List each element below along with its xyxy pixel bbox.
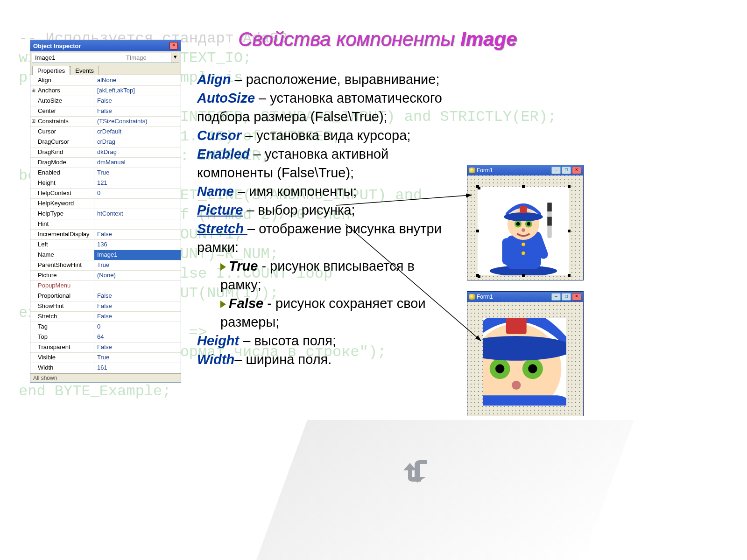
property-value[interactable]: True: [94, 353, 181, 363]
close-icon[interactable]: ×: [169, 42, 178, 49]
property-value[interactable]: [akLeft,akTop]: [94, 86, 181, 96]
property-value[interactable]: [94, 199, 181, 209]
property-value[interactable]: [94, 219, 181, 229]
svg-point-12: [521, 228, 525, 232]
property-row[interactable]: Width161: [30, 363, 181, 373]
property-value[interactable]: 0: [94, 189, 181, 198]
property-row[interactable]: ProportionalFalse: [30, 291, 181, 301]
property-row[interactable]: DragCursorcrDrag: [30, 137, 181, 147]
cartoon-policeman-image: [478, 187, 569, 275]
property-value[interactable]: 64: [94, 332, 181, 342]
property-row[interactable]: Picture(None): [30, 271, 181, 281]
property-row[interactable]: Left136: [30, 240, 181, 250]
property-name: ParentShowHint: [30, 260, 94, 270]
property-row[interactable]: CenterFalse: [30, 106, 181, 117]
property-name: Transparent: [30, 343, 94, 352]
property-value[interactable]: 161: [94, 363, 181, 373]
property-row[interactable]: TransparentFalse: [30, 343, 181, 353]
image-component[interactable]: [483, 318, 566, 406]
property-value[interactable]: alNone: [94, 76, 181, 85]
property-value[interactable]: False: [94, 96, 181, 106]
property-value[interactable]: False: [94, 343, 181, 352]
inspector-titlebar[interactable]: Object Inspector ×: [30, 40, 181, 51]
property-value[interactable]: crDefault: [94, 127, 181, 137]
chevron-down-icon[interactable]: ▾: [171, 53, 179, 63]
property-row[interactable]: HelpTypehtContext: [30, 209, 181, 219]
property-row[interactable]: Hint: [30, 219, 181, 230]
property-row[interactable]: HelpContext0: [30, 189, 181, 199]
property-row[interactable]: Height121: [30, 178, 181, 189]
chevron-icon: [220, 263, 226, 271]
minimize-icon[interactable]: –: [551, 167, 561, 174]
form-preview-nostretch: Form1 – □ ×: [467, 291, 584, 416]
property-row[interactable]: NameImage1: [30, 250, 181, 260]
property-value[interactable]: [94, 281, 181, 291]
maximize-icon[interactable]: □: [562, 293, 571, 301]
property-value[interactable]: dmManual: [94, 158, 181, 168]
tab-events[interactable]: Events: [70, 66, 99, 75]
form-client[interactable]: [467, 175, 583, 280]
property-row[interactable]: DragModedmManual: [30, 158, 181, 168]
svg-point-9: [516, 222, 520, 226]
property-value[interactable]: htContext: [94, 209, 181, 219]
property-name: Cursor: [30, 127, 94, 137]
property-name: AutoSize: [30, 96, 94, 106]
property-value[interactable]: True: [94, 260, 181, 270]
property-name: Visible: [30, 353, 94, 363]
close-icon[interactable]: ×: [572, 167, 581, 174]
property-row[interactable]: Tag0: [30, 322, 181, 332]
property-value[interactable]: False: [94, 106, 181, 116]
property-value[interactable]: crDrag: [94, 137, 181, 147]
object-inspector: Object Inspector × Image1 TImage ▾ Prope…: [30, 40, 181, 383]
property-row[interactable]: AlignalNone: [30, 76, 181, 86]
property-name: Name: [30, 250, 94, 260]
inspector-status: All shown: [30, 373, 181, 382]
property-row[interactable]: Constraints(TSizeConstraints): [30, 117, 181, 127]
property-row[interactable]: IncrementalDisplayFalse: [30, 230, 181, 240]
form-titlebar[interactable]: Form1 – □ ×: [467, 292, 583, 302]
property-row[interactable]: CursorcrDefault: [30, 127, 181, 137]
property-row[interactable]: Anchors[akLeft,akTop]: [30, 86, 181, 96]
property-row[interactable]: ParentShowHintTrue: [30, 260, 181, 271]
property-value[interactable]: (None): [94, 271, 181, 280]
property-row[interactable]: DragKinddkDrag: [30, 147, 181, 158]
property-value[interactable]: 0: [94, 322, 181, 332]
form-titlebar[interactable]: Form1 – □ ×: [467, 165, 583, 175]
property-name: Left: [30, 240, 94, 250]
back-button[interactable]: [402, 456, 430, 483]
property-row[interactable]: HelpKeyword: [30, 199, 181, 209]
property-row[interactable]: StretchFalse: [30, 312, 181, 322]
svg-point-23: [483, 336, 566, 361]
form-client[interactable]: [467, 302, 583, 416]
property-grid[interactable]: AlignalNoneAnchors[akLeft,akTop]AutoSize…: [30, 75, 181, 373]
tab-properties[interactable]: Properties: [32, 66, 70, 75]
property-row[interactable]: ShowHintFalse: [30, 301, 181, 312]
property-value[interactable]: (TSizeConstraints): [94, 117, 181, 126]
property-row[interactable]: Top64: [30, 332, 181, 343]
property-row[interactable]: PopupMenu: [30, 281, 181, 291]
property-row[interactable]: AutoSizeFalse: [30, 96, 181, 106]
property-value[interactable]: True: [94, 168, 181, 178]
property-value[interactable]: False: [94, 291, 181, 301]
property-name: Height: [30, 178, 94, 188]
minimize-icon[interactable]: –: [551, 293, 561, 301]
inspector-tabs: Properties Events: [30, 64, 181, 75]
property-name: Tag: [30, 322, 94, 332]
property-value[interactable]: False: [94, 312, 181, 322]
object-combo[interactable]: Image1 TImage ▾: [32, 53, 179, 63]
image-component[interactable]: [478, 187, 569, 275]
property-value[interactable]: False: [94, 301, 181, 311]
property-name: ShowHint: [30, 301, 94, 311]
close-icon[interactable]: ×: [572, 293, 581, 301]
property-row[interactable]: EnabledTrue: [30, 168, 181, 178]
property-name: HelpContext: [30, 189, 94, 198]
property-value[interactable]: Image1: [94, 250, 181, 260]
description-block: Align – расположение, выравнивание; Auto…: [197, 70, 458, 369]
property-value[interactable]: dkDrag: [94, 147, 181, 157]
property-row[interactable]: VisibleTrue: [30, 353, 181, 363]
property-value[interactable]: 136: [94, 240, 181, 250]
property-value[interactable]: False: [94, 230, 181, 239]
svg-rect-5: [547, 203, 552, 211]
maximize-icon[interactable]: □: [562, 167, 571, 174]
property-value[interactable]: 121: [94, 178, 181, 188]
